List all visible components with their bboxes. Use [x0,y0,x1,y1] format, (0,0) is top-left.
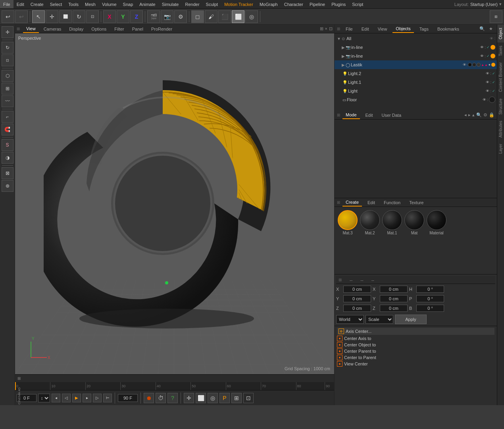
menu-file[interactable]: File [0,0,13,8]
panel-tab-edit[interactable]: Edit [358,25,372,33]
viewport-canvas[interactable]: Perspective [15,33,334,374]
sidebar-magnet-btn[interactable]: 🧲 [2,124,13,135]
dot-2[interactable]: : [485,54,486,58]
center-axis-btn[interactable]: Center Axis to [344,336,371,341]
rsidebar-tab-taxes[interactable]: Taxes [497,43,504,59]
mat-item-2[interactable]: Mat.2 [360,210,380,235]
x2-input[interactable] [380,286,408,293]
rotate-tool[interactable]: ↻ [73,10,85,23]
frame-end-input[interactable] [118,394,138,402]
check-2[interactable]: ✓ [487,54,490,58]
sidebar-spline-btn[interactable]: 〰 [2,95,13,107]
sidebar-knife-btn[interactable]: ⌐ [2,111,13,123]
vp-tab-panel[interactable]: Panel [129,25,146,33]
snap-btn[interactable]: ✛ [184,393,194,403]
menu-edit[interactable]: Edit [13,0,27,8]
bookmark-icon[interactable]: ★ [487,25,494,33]
expand-icon-lastik[interactable]: ▶ [342,63,345,67]
vp-tab-options[interactable]: Options [88,25,110,33]
coord-mode-btn[interactable]: ⊞ [490,10,502,23]
scale-tool[interactable]: ⬜ [59,10,72,23]
rsidebar-tab-content-browser[interactable]: Content Browser [497,59,504,95]
panel-tab-objects[interactable]: Objects [392,25,414,33]
dot-1[interactable]: : [485,45,486,49]
check-light2[interactable]: ✓ [492,72,495,75]
menu-sculpt[interactable]: Sculpt [203,0,221,8]
mode-lasso[interactable]: ◎ [245,10,258,23]
render-settings-btn[interactable]: ⚙ [174,10,187,23]
p-input[interactable] [416,295,444,302]
y2-input[interactable] [380,295,408,302]
sidebar-move-btn[interactable]: ✛ [2,26,13,38]
check-light[interactable]: ✓ [492,89,495,93]
vp-expand-icon[interactable]: ⊞ [320,26,323,31]
transport-last-frame[interactable]: ⊢ [103,394,112,402]
vis-2[interactable]: 👁 [480,54,484,58]
vp-tab-filter[interactable]: Filter [111,25,127,33]
attr-back-icon[interactable]: ◂ [464,112,467,118]
obj-vis-2[interactable]: : [494,37,495,41]
center-obj-btn[interactable]: Center Object to [344,342,376,347]
check-light1[interactable]: ✓ [492,80,495,84]
center-par-btn[interactable]: Center Parent to [344,349,376,354]
sidebar-sculpt-btn[interactable]: ◑ [2,152,13,164]
menu-tools[interactable]: Tools [65,0,82,8]
grid-btn[interactable]: ⊞ [231,393,242,403]
menu-mesh[interactable]: Mesh [82,0,99,8]
menu-snap[interactable]: Snap [120,0,137,8]
z2-input[interactable] [380,305,408,312]
mat-item-1[interactable]: Mat.1 [382,210,402,235]
vis-floor[interactable]: 👁 [483,98,486,102]
end-btn[interactable]: ⊡ [243,393,254,403]
sidebar-paint-btn[interactable]: S [2,139,13,151]
render-region-btn[interactable]: 🎬 [147,10,160,23]
mat-tab-function[interactable]: Function [381,199,404,207]
layout-dropdown-icon[interactable]: ▾ [499,2,502,7]
vis-light[interactable]: 👁 [486,89,489,93]
dot-lastik[interactable]: : [467,63,468,67]
auto-key-btn[interactable]: ⏱ [156,393,166,403]
h-input[interactable] [416,286,444,293]
b-input[interactable] [416,305,444,312]
playhead[interactable] [15,382,16,390]
rsidebar-tab-structure[interactable]: Structure [497,95,504,118]
obj-row-inline2[interactable]: ▶ 📷 in-line 👁 : ✓ [335,52,497,60]
rsidebar-tab-attributes[interactable]: Attributes [497,118,504,141]
transport-next-keyframe[interactable]: ▷ [93,394,102,402]
mode-object[interactable]: ◻ [191,10,204,23]
expand-icon-inline2[interactable]: ▶ [342,54,345,58]
dot-light2[interactable]: : [490,72,491,75]
rsidebar-tab-layer[interactable]: Layer [497,141,504,157]
search-icon[interactable]: 🔍 [479,25,486,33]
mat-tab-texture[interactable]: Texture [406,199,427,207]
select-tool[interactable]: ↖ [32,10,45,23]
mat-item-3[interactable]: Mat.3 [338,210,358,235]
undo-button[interactable]: ↩ [2,10,14,23]
vis-light2[interactable]: 👁 [486,72,489,75]
motion-track-btn[interactable]: ? [167,393,178,403]
menu-render[interactable]: Render [182,0,202,8]
vis-lastik[interactable]: 👁 [463,63,466,67]
mat-item-material[interactable]: Material [427,210,446,235]
menu-simulate[interactable]: Simulate [159,0,182,8]
world-select[interactable]: World [336,315,364,324]
attr-settings-icon[interactable]: ⚙ [483,112,487,118]
transport-prev-frame[interactable]: ◂ [52,394,60,402]
sidebar-texture-btn[interactable]: ⊠ [2,167,13,179]
vp-tab-view[interactable]: View [23,25,39,33]
menu-volume[interactable]: Volume [99,0,120,8]
vp-tab-prorender[interactable]: ProRender [148,25,175,33]
transform-tool[interactable]: ⊡ [86,10,99,23]
vp-close-icon[interactable]: × [325,26,327,31]
motion-btn[interactable]: ◎ [208,393,218,403]
z-axis-btn[interactable]: Z [130,10,143,23]
expand-icon[interactable]: ▼ [336,36,342,41]
mat-tab-create[interactable]: Create [342,199,362,207]
apply-button[interactable]: Apply [395,315,427,324]
transport-next-frame[interactable]: ▸ [83,394,91,402]
menu-animate[interactable]: Animate [136,0,158,8]
vp-tab-cameras[interactable]: Cameras [40,25,65,33]
mode-box[interactable]: ⬛ [218,10,231,23]
panel-tab-bookmarks[interactable]: Bookmarks [434,25,462,33]
obj-row-light[interactable]: 💡 Light 👁 : ✓ [335,87,497,95]
